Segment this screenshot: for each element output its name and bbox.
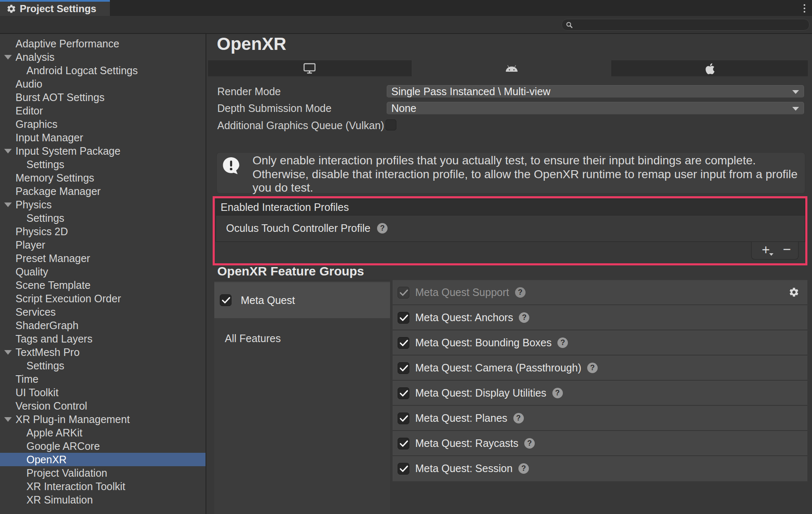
feature-row[interactable]: Meta Quest: Raycasts ?: [393, 431, 807, 456]
sidebar-item-label: Google ARCore: [0, 439, 206, 453]
sidebar-item[interactable]: Settings: [0, 211, 206, 225]
sidebar-item[interactable]: Audio: [0, 77, 206, 91]
add-profile-button[interactable]: +: [757, 242, 774, 259]
feature-settings-gear-icon[interactable]: [789, 287, 799, 298]
feature-checkbox[interactable]: [398, 362, 409, 374]
foldout-triangle-icon[interactable]: [4, 149, 12, 153]
feature-checkbox[interactable]: [398, 387, 409, 399]
feature-checkbox[interactable]: [398, 287, 409, 299]
tab-project-settings[interactable]: Project Settings: [0, 0, 110, 16]
sidebar-item[interactable]: Burst AOT Settings: [0, 91, 206, 104]
sidebar-item[interactable]: XR Simulation: [0, 493, 206, 506]
sidebar-item[interactable]: TextMesh Pro: [0, 345, 206, 359]
interaction-profile-row[interactable]: Oculus Touch Controller Profile ?: [226, 215, 388, 241]
sidebar-item[interactable]: Physics: [0, 198, 206, 211]
feature-row[interactable]: Meta Quest: Bounding Boxes ?: [393, 330, 807, 356]
sidebar-item[interactable]: ShaderGraph: [0, 319, 206, 332]
tab-platform-desktop[interactable]: [208, 60, 411, 76]
sidebar-item[interactable]: Project Validation: [0, 466, 206, 480]
search-icon: [566, 21, 573, 29]
help-icon[interactable]: ?: [552, 388, 563, 398]
sidebar-item[interactable]: Player: [0, 238, 206, 252]
help-icon[interactable]: ?: [515, 287, 526, 298]
feature-row[interactable]: Meta Quest Support ?: [393, 280, 807, 305]
sidebar-item[interactable]: Adaptive Performance: [0, 37, 206, 50]
help-icon[interactable]: ?: [524, 438, 535, 449]
feature-row[interactable]: Meta Quest: Anchors ?: [393, 305, 807, 330]
remove-profile-button[interactable]: −: [779, 242, 794, 259]
interaction-profiles-warning: Only enable interaction profiles that yo…: [216, 152, 805, 194]
sidebar-item[interactable]: Apple ARKit: [0, 426, 206, 439]
help-icon[interactable]: ?: [513, 413, 524, 423]
search-input[interactable]: [562, 19, 809, 31]
foldout-triangle-icon[interactable]: [4, 55, 12, 60]
sidebar-item[interactable]: Settings: [0, 158, 206, 171]
feature-row[interactable]: Meta Quest: Planes ?: [393, 406, 807, 431]
tab-platform-apple[interactable]: [612, 60, 808, 76]
enabled-interaction-profiles-list: Oculus Touch Controller Profile ?: [216, 215, 805, 242]
feature-checkbox[interactable]: [398, 438, 409, 449]
foldout-triangle-icon[interactable]: [4, 350, 12, 355]
sidebar-item[interactable]: Settings: [0, 359, 206, 372]
sidebar-item-label: Preset Manager: [0, 252, 206, 265]
sidebar-item[interactable]: Services: [0, 305, 206, 319]
additional-graphics-queue-label: Additional Graphics Queue (Vulkan): [217, 119, 384, 132]
feature-group-meta-quest[interactable]: Meta Quest: [214, 282, 390, 318]
tab-platform-android[interactable]: [411, 60, 612, 76]
depth-submission-mode-dropdown[interactable]: None: [387, 102, 804, 114]
sidebar-item[interactable]: Physics 2D: [0, 225, 206, 238]
sidebar-item[interactable]: Input System Package: [0, 144, 206, 158]
feature-label: Meta Quest: Display Utilities: [415, 387, 547, 399]
feature-row[interactable]: Meta Quest: Session ?: [393, 456, 807, 481]
sidebar-item[interactable]: Memory Settings: [0, 171, 206, 184]
sidebar-item[interactable]: XR Plug-in Management: [0, 413, 206, 426]
sidebar-item[interactable]: Tags and Layers: [0, 332, 206, 345]
sidebar-item[interactable]: Scene Template: [0, 278, 206, 292]
sidebar-item-label: Adaptive Performance: [0, 37, 206, 50]
pane-menu-icon[interactable]: [800, 2, 809, 15]
feature-label: Meta Quest: Raycasts: [415, 437, 518, 449]
meta-quest-checkbox[interactable]: [220, 294, 232, 306]
sidebar-item[interactable]: Analysis: [0, 50, 206, 64]
sidebar-item-label: Player: [0, 238, 206, 252]
sidebar-item[interactable]: Time: [0, 372, 206, 386]
feature-checkbox[interactable]: [398, 463, 409, 475]
sidebar-item[interactable]: UI Toolkit: [0, 386, 206, 399]
sidebar-item[interactable]: Version Control: [0, 399, 206, 413]
apple-icon: [705, 62, 716, 75]
help-icon[interactable]: ?: [377, 223, 388, 234]
render-mode-value: Single Pass Instanced \ Multi-view: [391, 86, 550, 97]
help-icon[interactable]: ?: [557, 337, 568, 348]
sidebar-item[interactable]: Google ARCore: [0, 439, 206, 453]
sidebar-item[interactable]: Input Manager: [0, 131, 206, 144]
feature-row[interactable]: Meta Quest: Display Utilities ?: [393, 381, 807, 406]
feature-checkbox[interactable]: [398, 337, 409, 349]
help-icon[interactable]: ?: [587, 363, 598, 373]
sidebar-item-label: Input System Package: [0, 144, 206, 158]
all-features-item[interactable]: All Features: [225, 327, 281, 350]
android-icon: [505, 64, 518, 73]
sidebar-item[interactable]: XR Interaction Toolkit: [0, 480, 206, 493]
sidebar-item-label: TextMesh Pro: [0, 345, 206, 359]
sidebar-item[interactable]: Android Logcat Settings: [0, 64, 206, 77]
sidebar-item[interactable]: OpenXR: [0, 453, 206, 466]
help-icon[interactable]: ?: [518, 463, 529, 474]
feature-groups-heading: OpenXR Feature Groups: [217, 265, 364, 278]
sidebar-item[interactable]: Editor: [0, 104, 206, 117]
feature-checkbox[interactable]: [398, 413, 409, 424]
foldout-triangle-icon[interactable]: [4, 202, 12, 207]
foldout-triangle-icon[interactable]: [4, 417, 12, 422]
sidebar-item[interactable]: Preset Manager: [0, 252, 206, 265]
feature-row[interactable]: Meta Quest: Camera (Passthrough) ?: [393, 356, 807, 381]
help-icon[interactable]: ?: [519, 312, 529, 323]
sidebar-item[interactable]: Quality: [0, 265, 206, 278]
settings-toolbar: [0, 16, 812, 33]
additional-graphics-queue-checkbox[interactable]: [385, 119, 396, 130]
tab-title: Project Settings: [20, 2, 96, 16]
depth-submission-mode-row: Depth Submission Mode None: [217, 102, 804, 114]
sidebar-item[interactable]: Script Execution Order: [0, 292, 206, 305]
feature-checkbox[interactable]: [398, 312, 409, 324]
sidebar-item[interactable]: Package Manager: [0, 184, 206, 198]
sidebar-item[interactable]: Graphics: [0, 117, 206, 131]
render-mode-dropdown[interactable]: Single Pass Instanced \ Multi-view: [387, 85, 804, 98]
